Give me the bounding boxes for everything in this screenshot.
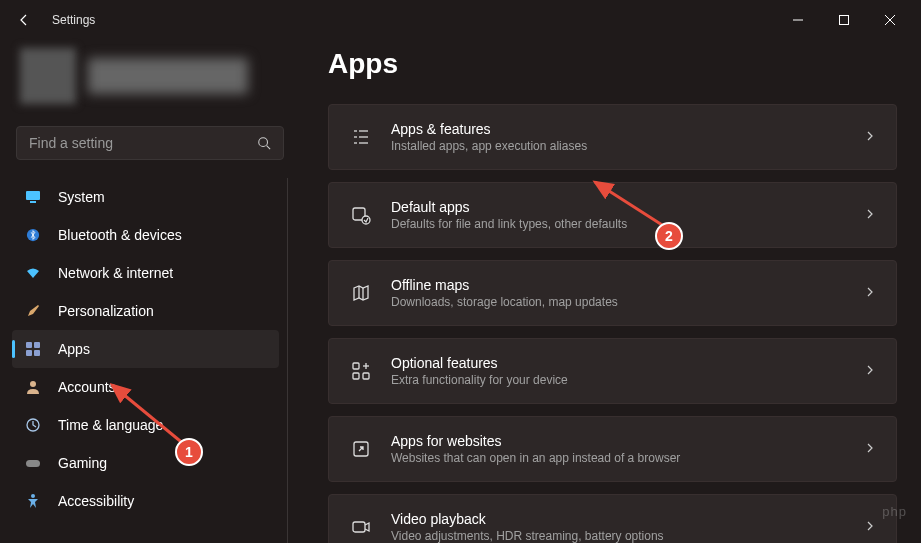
sidebar-item-gaming[interactable]: Gaming xyxy=(12,444,279,482)
window-controls xyxy=(775,4,913,36)
svg-rect-29 xyxy=(363,373,369,379)
svg-rect-12 xyxy=(34,350,40,356)
sidebar-item-label: Gaming xyxy=(58,455,107,471)
svg-rect-28 xyxy=(353,373,359,379)
watermark: php xyxy=(882,504,907,519)
card-title: Video playback xyxy=(391,511,864,527)
default-app-icon xyxy=(349,203,373,227)
bluetooth-icon xyxy=(24,226,42,244)
minimize-button[interactable] xyxy=(775,4,821,36)
svg-rect-11 xyxy=(26,350,32,356)
svg-line-5 xyxy=(267,146,271,150)
sidebar-item-label: Apps xyxy=(58,341,90,357)
chevron-right-icon xyxy=(864,440,876,458)
chevron-right-icon xyxy=(864,128,876,146)
sidebar-item-label: Network & internet xyxy=(58,265,173,281)
video-icon xyxy=(349,515,373,539)
sidebar-item-accessibility[interactable]: Accessibility xyxy=(12,482,279,520)
svg-rect-1 xyxy=(840,16,849,25)
card-text: Video playback Video adjustments, HDR st… xyxy=(391,511,864,543)
brush-icon xyxy=(24,302,42,320)
page-title: Apps xyxy=(328,48,897,80)
card-title: Apps for websites xyxy=(391,433,864,449)
avatar xyxy=(20,48,76,104)
map-icon xyxy=(349,281,373,305)
card-title: Default apps xyxy=(391,199,864,215)
sidebar: System Bluetooth & devices Network & int… xyxy=(0,40,300,543)
titlebar: Settings xyxy=(0,0,921,40)
main-content: Apps Apps & features Installed apps, app… xyxy=(300,40,921,543)
search-box[interactable] xyxy=(16,126,284,160)
sidebar-item-network[interactable]: Network & internet xyxy=(12,254,279,292)
sidebar-item-label: Bluetooth & devices xyxy=(58,227,182,243)
card-text: Optional features Extra functionality fo… xyxy=(391,355,864,387)
card-subtitle: Websites that can open in an app instead… xyxy=(391,451,864,465)
card-subtitle: Extra functionality for your device xyxy=(391,373,864,387)
card-apps-features[interactable]: Apps & features Installed apps, app exec… xyxy=(328,104,897,170)
back-arrow-icon xyxy=(16,12,32,28)
sidebar-item-label: Accessibility xyxy=(58,493,134,509)
svg-point-13 xyxy=(30,381,36,387)
sidebar-item-personalization[interactable]: Personalization xyxy=(12,292,279,330)
svg-point-4 xyxy=(259,138,268,147)
sidebar-item-apps[interactable]: Apps xyxy=(12,330,279,368)
grid-plus-icon xyxy=(349,359,373,383)
card-text: Apps & features Installed apps, app exec… xyxy=(391,121,864,153)
card-subtitle: Video adjustments, HDR streaming, batter… xyxy=(391,529,864,543)
svg-rect-9 xyxy=(26,342,32,348)
card-title: Optional features xyxy=(391,355,864,371)
accessibility-icon xyxy=(24,492,42,510)
sidebar-item-bluetooth[interactable]: Bluetooth & devices xyxy=(12,216,279,254)
wifi-icon xyxy=(24,264,42,282)
grid-icon xyxy=(24,340,42,358)
sidebar-item-label: System xyxy=(58,189,105,205)
card-apps-for-websites[interactable]: Apps for websites Websites that can open… xyxy=(328,416,897,482)
search-icon xyxy=(257,136,271,150)
profile-name xyxy=(88,58,248,94)
card-subtitle: Downloads, storage location, map updates xyxy=(391,295,864,309)
sidebar-item-accounts[interactable]: Accounts xyxy=(12,368,279,406)
maximize-button[interactable] xyxy=(821,4,867,36)
search-input[interactable] xyxy=(29,135,257,151)
card-text: Apps for websites Websites that can open… xyxy=(391,433,864,465)
svg-rect-27 xyxy=(353,363,359,369)
open-external-icon xyxy=(349,437,373,461)
sidebar-item-label: Personalization xyxy=(58,303,154,319)
minimize-icon xyxy=(793,15,803,25)
svg-rect-33 xyxy=(353,522,365,532)
close-icon xyxy=(885,15,895,25)
clock-globe-icon xyxy=(24,416,42,434)
card-offline-maps[interactable]: Offline maps Downloads, storage location… xyxy=(328,260,897,326)
chevron-right-icon xyxy=(864,518,876,536)
svg-rect-15 xyxy=(26,460,40,467)
card-text: Offline maps Downloads, storage location… xyxy=(391,277,864,309)
monitor-icon xyxy=(24,188,42,206)
window-title: Settings xyxy=(52,13,95,27)
svg-rect-7 xyxy=(30,201,36,203)
svg-point-16 xyxy=(31,494,35,498)
person-icon xyxy=(24,378,42,396)
maximize-icon xyxy=(839,15,849,25)
card-video-playback[interactable]: Video playback Video adjustments, HDR st… xyxy=(328,494,897,543)
card-default-apps[interactable]: Default apps Defaults for file and link … xyxy=(328,182,897,248)
chevron-right-icon xyxy=(864,362,876,380)
list-icon xyxy=(349,125,373,149)
chevron-right-icon xyxy=(864,206,876,224)
back-button[interactable] xyxy=(8,4,40,36)
card-title: Apps & features xyxy=(391,121,864,137)
card-subtitle: Defaults for file and link types, other … xyxy=(391,217,864,231)
sidebar-item-time-language[interactable]: Time & language xyxy=(12,406,279,444)
sidebar-item-label: Accounts xyxy=(58,379,116,395)
card-title: Offline maps xyxy=(391,277,864,293)
sidebar-item-system[interactable]: System xyxy=(12,178,279,216)
card-subtitle: Installed apps, app execution aliases xyxy=(391,139,864,153)
user-profile[interactable] xyxy=(12,40,288,120)
sidebar-item-label: Time & language xyxy=(58,417,163,433)
svg-rect-10 xyxy=(34,342,40,348)
close-button[interactable] xyxy=(867,4,913,36)
svg-rect-6 xyxy=(26,191,40,200)
card-optional-features[interactable]: Optional features Extra functionality fo… xyxy=(328,338,897,404)
gamepad-icon xyxy=(24,454,42,472)
card-text: Default apps Defaults for file and link … xyxy=(391,199,864,231)
chevron-right-icon xyxy=(864,284,876,302)
